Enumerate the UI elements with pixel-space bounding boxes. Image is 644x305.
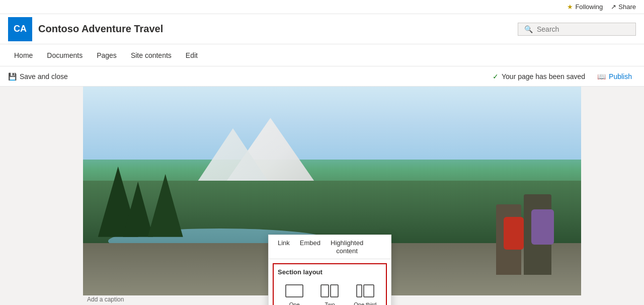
popup-tabs: Link Embed Highlightedcontent: [269, 235, 391, 259]
main-content: Add a caption Link Embed Highlightedcont…: [0, 87, 644, 305]
nav-edit[interactable]: Edit: [180, 47, 204, 63]
svg-rect-4: [364, 285, 374, 297]
nav-documents[interactable]: Documents: [41, 47, 89, 63]
layout-one-column[interactable]: One column: [278, 280, 311, 305]
layout-grid: One column Two columns One t: [278, 280, 382, 305]
section-layout-title: Section layout: [278, 268, 382, 276]
check-icon: ✓: [493, 72, 499, 81]
nav-site-contents[interactable]: Site contents: [125, 47, 178, 63]
toolbar-right: ✓ Your page has been saved 📖 Publish: [493, 70, 636, 83]
page-saved-status: ✓ Your page has been saved: [493, 72, 585, 81]
share-icon: ↗: [611, 3, 616, 11]
header: CA Contoso Adventure Travel 🔍: [0, 14, 644, 44]
svg-rect-3: [357, 285, 362, 297]
nav-pages[interactable]: Pages: [91, 47, 123, 63]
tab-link[interactable]: Link: [273, 235, 295, 259]
edit-toolbar: 💾 Save and close ✓ Your page has been sa…: [0, 66, 644, 87]
one-third-left-icon: [355, 283, 376, 299]
nav-bar: Home Documents Pages Site contents Edit: [0, 44, 644, 66]
svg-rect-1: [321, 285, 329, 297]
svg-rect-0: [286, 285, 303, 297]
caption-area[interactable]: Add a caption: [83, 294, 128, 305]
layout-one-third-left[interactable]: One third left column: [349, 280, 382, 305]
star-icon: ★: [567, 3, 573, 11]
tab-highlighted-content[interactable]: Highlightedcontent: [326, 235, 368, 259]
publish-icon: 📖: [597, 72, 606, 81]
following-button[interactable]: ★ Following: [567, 3, 603, 11]
left-sidebar: [0, 87, 83, 305]
logo-box: CA: [8, 17, 32, 41]
section-layout: Section layout One column Two columns: [273, 263, 387, 305]
site-title: Contoso Adventure Travel: [38, 23, 163, 35]
save-icon: 💾: [8, 72, 17, 81]
save-close-button[interactable]: 💾 Save and close: [8, 72, 68, 81]
nav-home[interactable]: Home: [8, 47, 39, 63]
search-input[interactable]: [537, 25, 629, 33]
publish-button[interactable]: 📖 Publish: [593, 70, 636, 83]
share-button[interactable]: ↗ Share: [611, 3, 636, 11]
layout-two-columns[interactable]: Two columns: [313, 280, 346, 305]
one-column-icon: [284, 283, 305, 299]
search-icon: 🔍: [524, 25, 533, 33]
svg-rect-2: [331, 285, 338, 297]
top-bar: ★ Following ↗ Share: [0, 0, 644, 14]
search-box[interactable]: 🔍: [518, 23, 636, 36]
tab-embed[interactable]: Embed: [295, 235, 326, 259]
two-columns-icon: [319, 283, 340, 299]
popup-panel: Link Embed Highlightedcontent Section la…: [268, 235, 391, 305]
